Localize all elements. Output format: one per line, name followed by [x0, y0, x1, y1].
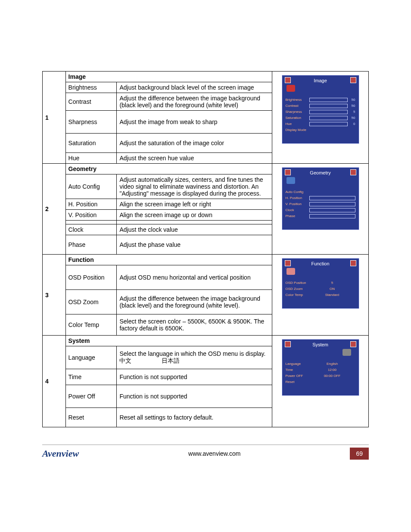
section-num-4: 4	[43, 336, 66, 427]
osd-image-panel: Image Brightness50 Contrast50 Sharpness5…	[272, 72, 369, 164]
row-desc: Select the language in which the OSD men…	[117, 346, 272, 369]
row-label: Saturation	[65, 134, 117, 153]
osd-icon	[342, 349, 351, 356]
row-label: Hue	[65, 153, 117, 164]
row-label: OSD Zoom	[65, 290, 117, 314]
section-header-function: Function	[65, 255, 272, 265]
row-label: Time	[65, 369, 117, 385]
row-label: H. Position	[65, 199, 117, 210]
footer-url: www.avenview.com	[79, 450, 350, 457]
row-desc: Reset all settings to factory default.	[117, 408, 272, 427]
row-label	[65, 221, 117, 224]
brand-logo: Avenview	[42, 448, 79, 459]
row-desc: Function is not supported	[117, 369, 272, 385]
osd-title: Image	[282, 75, 359, 84]
osd-icon	[286, 268, 295, 275]
row-desc: Align the screen image up or down	[117, 210, 272, 221]
section-num-1: 1	[43, 72, 66, 164]
row-label: Clock	[65, 224, 117, 235]
row-desc: Select the screen color – 5500K, 6500K &…	[117, 314, 272, 336]
row-desc: Align the screen image left or right	[117, 199, 272, 210]
osd-system-panel: System LanguageEnglish Time12:00 Power O…	[272, 336, 369, 427]
row-label: Language	[65, 346, 117, 369]
section-header-geometry: Geometry	[65, 164, 272, 174]
row-label: Reset	[65, 408, 117, 427]
row-label: Phase	[65, 235, 117, 255]
osd-settings-table: 1 Image Image Brightness50 Contrast50 Sh…	[42, 71, 369, 427]
row-label: Contrast	[65, 93, 117, 111]
section-num-3: 3	[43, 255, 66, 336]
row-desc: Adjust the phase value	[117, 235, 272, 255]
row-desc: Function is not supported	[117, 385, 272, 408]
osd-title: Geometry	[282, 168, 359, 176]
row-label: Auto Config	[65, 174, 117, 199]
row-desc	[117, 221, 272, 224]
row-label: Sharpness	[65, 111, 117, 134]
osd-icon	[286, 177, 295, 184]
row-desc: Adjust OSD menu horizontal and vertical …	[117, 265, 272, 290]
row-label: Brightness	[65, 82, 117, 93]
row-desc: Adjust the clock value	[117, 224, 272, 235]
row-desc: Adjust the difference between the image …	[117, 290, 272, 314]
row-desc: Adjust the difference between the image …	[117, 93, 272, 111]
osd-function-panel: Function OSD Position5 OSD ZoomON Color …	[272, 255, 369, 336]
osd-title: Function	[282, 258, 359, 267]
section-num-2: 2	[43, 164, 66, 255]
row-label: Color Temp	[65, 314, 117, 336]
row-desc: Adjust the saturation of the image color	[117, 134, 272, 153]
osd-icon	[286, 85, 295, 92]
row-desc: Adjust background black level of the scr…	[117, 82, 272, 93]
page-footer: Avenview www.avenview.com 69	[42, 445, 369, 460]
section-header-image: Image	[65, 72, 272, 82]
section-header-system: System	[65, 336, 272, 346]
osd-geometry-panel: Geometry Auto Config H. Position V. Posi…	[272, 164, 369, 255]
row-label: Power Off	[65, 385, 117, 408]
row-desc: Adjust the image from weak to sharp	[117, 111, 272, 134]
osd-title: System	[282, 339, 359, 348]
row-desc: Adjust the screen hue value	[117, 153, 272, 164]
row-label: V. Position	[65, 210, 117, 221]
row-desc: Adjust automatically sizes, centers, and…	[117, 174, 272, 199]
row-label: OSD Position	[65, 265, 117, 290]
page-number: 69	[350, 448, 369, 460]
